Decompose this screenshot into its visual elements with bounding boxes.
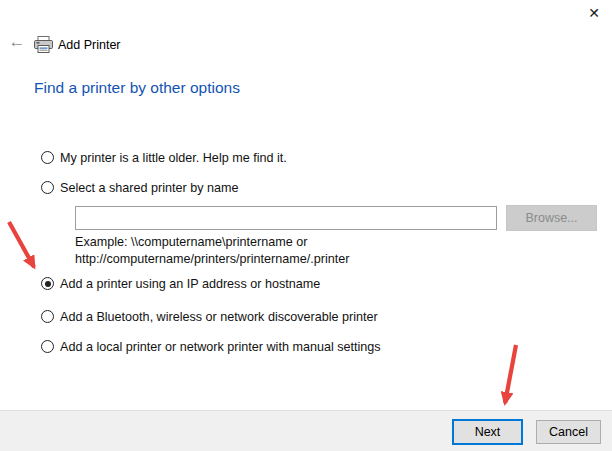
radio-option-ip-address[interactable]: Add a printer using an IP address or hos… (41, 276, 320, 291)
radio-option-label[interactable]: Select a shared printer by name (60, 181, 239, 195)
radio-button-icon[interactable] (41, 151, 54, 164)
example-line-2: http://computername/printers/printername… (75, 251, 349, 268)
arrow-to-selected-option (9, 222, 34, 267)
add-printer-wizard: { "window": { "title": "Add Printer", "c… (0, 0, 612, 451)
radio-option-older-printer[interactable]: My printer is a little older. Help me fi… (41, 150, 287, 165)
printer-icon (34, 36, 53, 53)
radio-option-label[interactable]: Add a printer using an IP address or hos… (60, 277, 320, 291)
radio-button-icon[interactable] (41, 310, 54, 323)
back-arrow-icon[interactable]: ← (7, 33, 27, 51)
close-icon[interactable]: ✕ (585, 4, 603, 22)
browse-button: Browse... (506, 205, 597, 231)
shared-printer-name-input[interactable] (75, 206, 497, 230)
radio-option-shared-printer[interactable]: Select a shared printer by name (41, 180, 239, 195)
radio-option-bluetooth-wireless[interactable]: Add a Bluetooth, wireless or network dis… (41, 309, 378, 324)
radio-button-icon[interactable] (41, 277, 54, 290)
shared-printer-example-text: Example: \\computername\printername or h… (75, 234, 349, 267)
radio-option-local-printer-manual[interactable]: Add a local printer or network printer w… (41, 339, 381, 354)
radio-option-label[interactable]: My printer is a little older. Help me fi… (60, 151, 287, 165)
arrow-to-next-button (505, 345, 516, 403)
page-title: Find a printer by other options (34, 79, 240, 97)
radio-button-icon[interactable] (41, 181, 54, 194)
cancel-button[interactable]: Cancel (536, 420, 601, 444)
radio-option-label[interactable]: Add a local printer or network printer w… (60, 340, 381, 354)
radio-button-icon[interactable] (41, 340, 54, 353)
window-title: Add Printer (58, 38, 121, 52)
example-line-1: Example: \\computername\printername or (75, 234, 349, 251)
next-button[interactable]: Next (452, 419, 523, 445)
radio-option-label[interactable]: Add a Bluetooth, wireless or network dis… (60, 310, 378, 324)
